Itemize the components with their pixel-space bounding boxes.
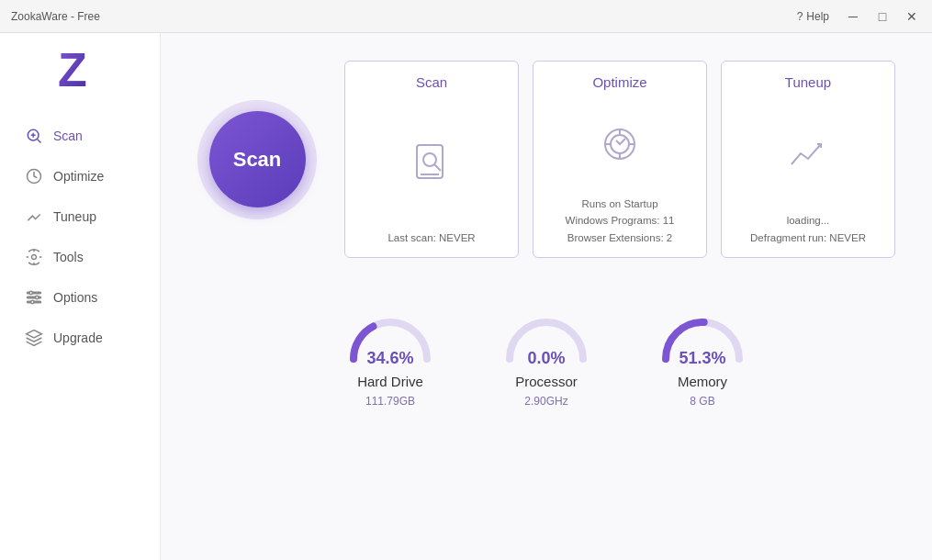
upgrade-nav-icon bbox=[24, 328, 44, 348]
memory-sub: 8 GB bbox=[690, 395, 714, 408]
sidebar-item-optimize[interactable]: Optimize bbox=[6, 157, 154, 196]
tuneup-nav-icon bbox=[24, 207, 44, 227]
sidebar: Z Scan bbox=[0, 33, 161, 560]
scan-button[interactable]: Scan bbox=[209, 111, 306, 207]
tuneup-card[interactable]: Tuneup loading... Defragment run: NEVER bbox=[721, 61, 895, 258]
scan-nav-icon bbox=[24, 126, 44, 146]
processor-sub: 2.90GHz bbox=[524, 395, 567, 408]
sidebar-navigation: Scan Optimize Tuneup bbox=[0, 116, 160, 358]
optimize-card[interactable]: Optimize bbox=[533, 61, 707, 258]
sidebar-item-options[interactable]: Options bbox=[6, 278, 154, 317]
tools-nav-label: Tools bbox=[53, 250, 84, 264]
sidebar-item-scan[interactable]: Scan bbox=[6, 117, 154, 155]
processor-label: Processor bbox=[515, 374, 578, 389]
app-title: ZookaWare - Free bbox=[11, 10, 100, 23]
sidebar-item-tuneup[interactable]: Tuneup bbox=[6, 197, 154, 236]
hard-drive-gauge: 34.6% Hard Drive 111.79GB bbox=[340, 295, 441, 408]
svg-rect-17 bbox=[417, 145, 443, 178]
close-button[interactable]: ✕ bbox=[899, 6, 925, 28]
optimize-nav-icon bbox=[24, 166, 44, 186]
tuneup-footer-line1: loading... bbox=[787, 215, 830, 226]
app-body: Z Scan bbox=[0, 33, 932, 560]
hard-drive-gauge-visual: 34.6% bbox=[340, 295, 441, 368]
optimize-nav-label: Optimize bbox=[53, 169, 104, 184]
optimize-card-icon bbox=[597, 121, 643, 167]
hard-drive-value: 34.6% bbox=[366, 349, 413, 368]
maximize-button[interactable]: □ bbox=[870, 6, 895, 28]
feature-cards: Scan Last scan: NEVER bbox=[344, 61, 895, 258]
svg-text:Z: Z bbox=[58, 44, 87, 95]
gauges-section: 34.6% Hard Drive 111.79GB 0.0% Processor bbox=[197, 286, 895, 408]
options-nav-label: Options bbox=[53, 290, 97, 305]
titlebar: ZookaWare - Free ? Help ─ □ ✕ bbox=[0, 0, 932, 33]
options-nav-icon bbox=[24, 287, 44, 308]
tuneup-card-title: Tuneup bbox=[785, 74, 831, 90]
optimize-card-footer: Runs on Startup Windows Programs: 11 Bro… bbox=[566, 196, 675, 246]
svg-point-6 bbox=[32, 255, 37, 260]
processor-gauge-visual: 0.0% bbox=[496, 295, 597, 368]
minimize-button[interactable]: ─ bbox=[840, 6, 866, 28]
scan-card-icon-area bbox=[409, 101, 455, 222]
hard-drive-label: Hard Drive bbox=[357, 374, 423, 389]
upgrade-nav-label: Upgrade bbox=[53, 330, 103, 345]
optimize-footer-line3: Browser Extensions: 2 bbox=[567, 232, 672, 243]
optimize-card-icon-area bbox=[597, 101, 643, 188]
scan-card-icon bbox=[409, 139, 455, 185]
scan-card[interactable]: Scan Last scan: NEVER bbox=[344, 61, 519, 258]
tuneup-footer-line2: Defragment run: NEVER bbox=[750, 232, 866, 243]
window-controls: ? Help ─ □ ✕ bbox=[797, 6, 925, 28]
memory-gauge-visual: 51.3% bbox=[652, 295, 753, 368]
svg-point-18 bbox=[423, 153, 436, 166]
tuneup-card-footer: loading... Defragment run: NEVER bbox=[750, 212, 866, 246]
main-content: Scan Scan bbox=[161, 33, 932, 560]
memory-label: Memory bbox=[678, 374, 727, 389]
memory-value: 51.3% bbox=[679, 349, 725, 368]
tuneup-card-icon bbox=[785, 130, 831, 176]
scan-nav-label: Scan bbox=[53, 129, 83, 143]
sidebar-item-upgrade[interactable]: Upgrade bbox=[6, 319, 154, 357]
tools-nav-icon bbox=[24, 247, 44, 267]
help-button[interactable]: ? Help bbox=[797, 10, 829, 23]
scan-circle-container: Scan bbox=[197, 100, 317, 219]
app-logo: Z bbox=[52, 42, 107, 97]
optimize-card-title: Optimize bbox=[592, 74, 646, 90]
tuneup-nav-label: Tuneup bbox=[53, 209, 96, 224]
svg-point-15 bbox=[36, 296, 39, 298]
help-icon: ? bbox=[797, 10, 803, 23]
scan-card-footer: Last scan: NEVER bbox=[387, 230, 475, 246]
logo-icon: Z bbox=[54, 44, 106, 95]
optimize-footer-line1: Runs on Startup bbox=[581, 198, 657, 209]
scan-circle-outer[interactable]: Scan bbox=[197, 100, 317, 219]
top-section: Scan Scan bbox=[197, 61, 895, 258]
processor-value: 0.0% bbox=[527, 349, 565, 368]
svg-line-19 bbox=[434, 164, 441, 171]
memory-gauge: 51.3% Memory 8 GB bbox=[652, 295, 753, 408]
svg-point-14 bbox=[29, 291, 32, 294]
tuneup-card-icon-area bbox=[785, 101, 831, 205]
svg-line-2 bbox=[38, 140, 41, 143]
hard-drive-sub: 111.79GB bbox=[365, 395, 415, 408]
svg-point-16 bbox=[31, 300, 34, 303]
help-label: Help bbox=[806, 10, 829, 23]
processor-gauge: 0.0% Processor 2.90GHz bbox=[496, 295, 597, 408]
scan-card-title: Scan bbox=[416, 74, 447, 90]
optimize-footer-line2: Windows Programs: 11 bbox=[566, 215, 675, 226]
sidebar-item-tools[interactable]: Tools bbox=[6, 238, 154, 276]
